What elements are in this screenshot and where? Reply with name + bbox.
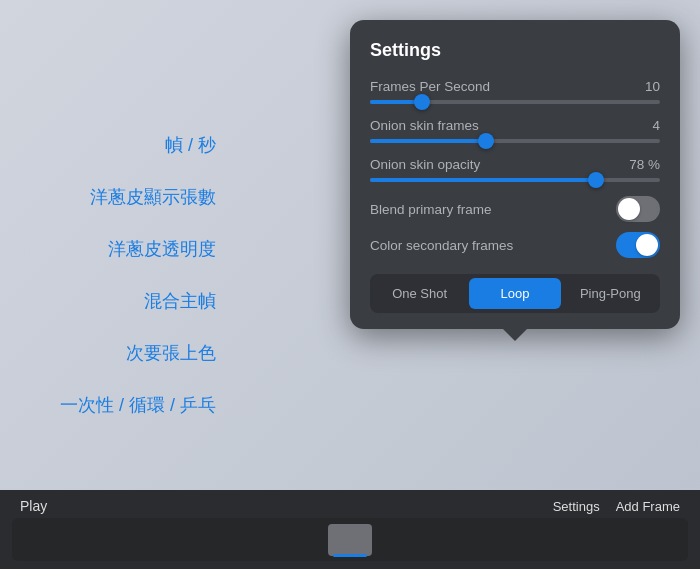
- toolbar-actions: Settings Add Frame: [553, 499, 680, 514]
- onion-frames-slider-track[interactable]: [370, 139, 660, 143]
- toolbar-top: Play Settings Add Frame: [0, 490, 700, 518]
- fps-slider-thumb[interactable]: [414, 94, 430, 110]
- playback-mode-label: 一次性 / 循環 / 乒乓: [60, 393, 216, 417]
- playback-buttons: One Shot Loop Ping-Pong: [370, 274, 660, 313]
- main-area: 幀 / 秒 洋蔥皮顯示張數 洋蔥皮透明度 混合主幀 次要張上色 一次性 / 循環…: [0, 0, 700, 490]
- onion-opacity-slider-thumb[interactable]: [588, 172, 604, 188]
- settings-title: Settings: [370, 40, 660, 61]
- fps-label: 幀 / 秒: [60, 133, 216, 157]
- blend-primary-knob: [618, 198, 640, 220]
- onion-opacity-setting-label: Onion skin opacity: [370, 157, 480, 172]
- add-frame-action[interactable]: Add Frame: [616, 499, 680, 514]
- fps-value: 10: [645, 79, 660, 94]
- bottom-toolbar: Play Settings Add Frame: [0, 490, 700, 569]
- onion-opacity-setting-row: Onion skin opacity 78 %: [370, 157, 660, 182]
- color-secondary-knob: [636, 234, 658, 256]
- loop-button[interactable]: Loop: [469, 278, 560, 309]
- onion-frames-setting-row: Onion skin frames 4: [370, 118, 660, 143]
- ping-pong-button[interactable]: Ping-Pong: [565, 278, 656, 309]
- fps-setting-row: Frames Per Second 10: [370, 79, 660, 104]
- onion-opacity-value: 78 %: [629, 157, 660, 172]
- onion-opacity-label: 洋蔥皮透明度: [60, 237, 216, 261]
- onion-frames-value: 4: [652, 118, 660, 133]
- blend-primary-toggle-label: Blend primary frame: [370, 202, 492, 217]
- one-shot-button[interactable]: One Shot: [374, 278, 465, 309]
- settings-panel: Settings Frames Per Second 10 Onion skin…: [350, 20, 680, 329]
- color-secondary-label: 次要張上色: [60, 341, 216, 365]
- blend-primary-toggle[interactable]: [616, 196, 660, 222]
- onion-frames-setting-label: Onion skin frames: [370, 118, 479, 133]
- color-secondary-toggle[interactable]: [616, 232, 660, 258]
- labels-column: 幀 / 秒 洋蔥皮顯示張數 洋蔥皮透明度 混合主幀 次要張上色 一次性 / 循環…: [40, 73, 216, 417]
- timeline-indicator: [333, 554, 367, 557]
- color-secondary-toggle-row: Color secondary frames: [370, 232, 660, 258]
- onion-opacity-slider-track[interactable]: [370, 178, 660, 182]
- color-secondary-toggle-label: Color secondary frames: [370, 238, 513, 253]
- fps-slider-track[interactable]: [370, 100, 660, 104]
- onion-opacity-slider-fill: [370, 178, 596, 182]
- blend-primary-toggle-row: Blend primary frame: [370, 196, 660, 222]
- onion-frames-label: 洋蔥皮顯示張數: [60, 185, 216, 209]
- timeline-frame: [328, 524, 372, 556]
- play-label: Play: [20, 498, 47, 514]
- onion-frames-slider-thumb[interactable]: [478, 133, 494, 149]
- blend-primary-label: 混合主幀: [60, 289, 216, 313]
- fps-setting-label: Frames Per Second: [370, 79, 490, 94]
- settings-action[interactable]: Settings: [553, 499, 600, 514]
- timeline-area[interactable]: [12, 518, 688, 561]
- onion-frames-slider-fill: [370, 139, 486, 143]
